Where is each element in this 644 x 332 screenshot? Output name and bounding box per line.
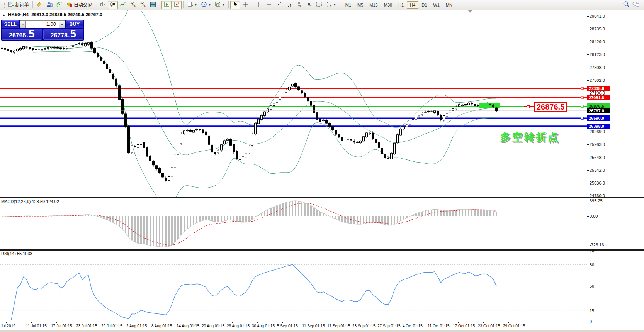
market-watch-icon xyxy=(36,1,42,9)
navigator-icon xyxy=(46,1,53,9)
level-price-badge: 26590.9 xyxy=(587,115,610,121)
current-price-badge: 26767.0 xyxy=(587,108,610,113)
timeframe-MN[interactable]: MN xyxy=(443,1,455,9)
toolbar-separator xyxy=(252,1,252,8)
new-order-label: 新订单 xyxy=(15,2,29,8)
vertical-line-button[interactable] xyxy=(254,1,264,9)
navigator-button[interactable] xyxy=(44,1,54,9)
buy-button[interactable]: BUY xyxy=(66,20,83,28)
cursor-button[interactable] xyxy=(230,1,240,9)
shapes-button[interactable]: ▼ xyxy=(324,1,338,9)
level-price-badge: 26398.9 xyxy=(587,124,610,129)
time-axis-tick xyxy=(433,322,433,323)
macd-axis-tick: -723.16 xyxy=(590,242,636,247)
tile-windows-button[interactable] xyxy=(148,1,158,9)
time-axis-tick xyxy=(257,322,258,323)
bar-chart-button[interactable] xyxy=(98,1,108,9)
chart-shift-button[interactable] xyxy=(172,1,182,9)
time-axis-label: 14 Aug 01:15 xyxy=(177,324,199,328)
indicators-icon xyxy=(215,1,221,9)
price-axis-line xyxy=(587,10,587,322)
price-axis-tick: 28735.0 xyxy=(590,27,636,31)
toolbar-separator xyxy=(340,1,340,8)
time-axis-tick xyxy=(157,322,157,323)
window-bottom-edge xyxy=(0,330,644,332)
time-axis-label: 2 Aug 01:15 xyxy=(126,324,147,328)
text-label-icon: T xyxy=(316,1,322,9)
signal-icon xyxy=(56,1,63,9)
sell-price[interactable]: 26765.5 xyxy=(2,29,42,40)
time-axis-label: 5 Sep 01:15 xyxy=(277,324,298,328)
new-chart-button[interactable]: ▼ xyxy=(185,1,199,9)
line-chart-button[interactable] xyxy=(118,1,128,9)
autotrading-icon xyxy=(66,1,73,9)
horizontal-line-button[interactable] xyxy=(264,1,274,9)
price-axis-tick: 27808.0 xyxy=(590,65,636,70)
toolbar-separator xyxy=(32,1,33,8)
timeframe-H1[interactable]: H1 xyxy=(395,1,407,9)
buy-price-frac: 5 xyxy=(70,29,76,39)
timeframe-M1[interactable]: M1 xyxy=(342,1,354,9)
market-watch-button[interactable] xyxy=(34,1,44,9)
volume-increase-button[interactable]: ▲ xyxy=(59,20,65,28)
svg-text:A: A xyxy=(307,2,311,7)
toolbar-grip[interactable] xyxy=(3,2,5,8)
timeframe-H4[interactable]: H4 xyxy=(407,1,418,9)
autotrading-button[interactable]: 自动交易 xyxy=(65,1,94,9)
sell-button[interactable]: SELL xyxy=(2,20,19,28)
timeframe-D1[interactable]: D1 xyxy=(418,1,430,9)
time-axis-tick xyxy=(232,322,233,323)
time-axis-tick xyxy=(132,322,132,323)
price-axis-tick: 24730.0 xyxy=(590,193,636,198)
zoom-in-button[interactable] xyxy=(128,1,138,9)
profiles-button[interactable]: ▼ xyxy=(199,1,213,9)
timeframe-W1[interactable]: W1 xyxy=(430,1,443,9)
clock-icon xyxy=(201,1,207,9)
time-axis-tick xyxy=(358,322,358,323)
time-axis-tick xyxy=(308,322,308,323)
signal-button[interactable] xyxy=(54,1,65,9)
tile-windows-icon xyxy=(150,1,156,9)
price-axis-tick: 29041.0 xyxy=(590,14,636,19)
search-icon[interactable] xyxy=(623,1,629,9)
svg-text:E: E xyxy=(290,5,291,7)
timeframe-M15[interactable]: M15 xyxy=(366,1,381,9)
main-toolbar: 新订单 自动交易 ▼ ▼ ▼ E F A T xyxy=(0,0,644,10)
crosshair-button[interactable] xyxy=(240,1,250,9)
indicators-button[interactable]: ▼ xyxy=(213,1,227,9)
auto-scroll-button[interactable] xyxy=(161,1,172,9)
expand-arrow-icon[interactable]: ▲ xyxy=(2,14,5,17)
volume-decrease-button[interactable]: ▼ xyxy=(20,20,26,28)
macd-panel-canvas[interactable] xyxy=(0,198,587,249)
chat-icon[interactable] xyxy=(632,1,639,9)
buy-price-dot: . xyxy=(68,32,70,39)
volume-input[interactable]: 1.00 xyxy=(26,20,59,28)
time-axis-tick xyxy=(31,322,32,323)
time-axis-tick xyxy=(182,322,182,323)
new-order-button[interactable]: 新订单 xyxy=(6,1,31,9)
timeframe-M5[interactable]: M5 xyxy=(354,1,366,9)
time-axis-tick xyxy=(207,322,207,323)
buy-price[interactable]: 26778.5 xyxy=(43,29,84,40)
annotation-price-label[interactable]: 26876.5 xyxy=(534,102,567,112)
timeframe-M30[interactable]: M30 xyxy=(381,1,395,9)
annotation-text[interactable]: 多空转折点 xyxy=(500,130,560,144)
price-chart-canvas[interactable] xyxy=(0,10,587,197)
svg-text:T: T xyxy=(318,2,321,7)
time-axis-label: 11 Jul 01:15 xyxy=(26,324,47,328)
rsi-axis-tick: 80 xyxy=(590,263,636,267)
text-label-button[interactable]: T xyxy=(314,1,324,9)
time-axis-tick xyxy=(56,322,57,323)
channel-button[interactable]: E xyxy=(284,1,294,9)
level-price-badge: 27305.6 xyxy=(587,86,610,91)
fibonacci-button[interactable]: F xyxy=(294,1,304,9)
time-axis-label: 17 Sep 01:15 xyxy=(327,324,350,328)
chart-shift-marker[interactable] xyxy=(468,10,472,13)
trendline-button[interactable] xyxy=(274,1,284,9)
chevron-down-icon: ▼ xyxy=(333,3,336,6)
zoom-out-button[interactable] xyxy=(138,1,148,9)
candlestick-chart-button[interactable] xyxy=(108,1,118,9)
rsi-panel-canvas[interactable] xyxy=(0,251,587,322)
bar-chart-icon xyxy=(100,1,106,9)
text-button[interactable]: A xyxy=(304,1,314,9)
